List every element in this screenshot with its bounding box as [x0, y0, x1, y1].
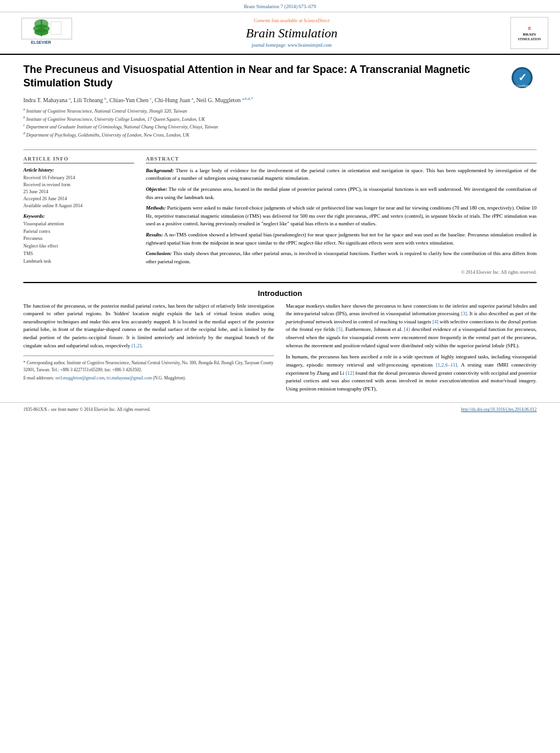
background-label: Background: [146, 168, 174, 173]
keywords-list: Visuospatial attention Parietal cortex P… [23, 221, 134, 266]
keywords-label: Keywords: [23, 213, 134, 219]
keyword-5: TMS [23, 250, 134, 258]
abstract-panel: ABSTRACT Background: There is a large bo… [146, 156, 537, 275]
footnote-corresponding: * Corresponding author. Institute of Cog… [23, 360, 274, 373]
abstract-results: Results: A no-TMS condition showed a lef… [146, 231, 537, 247]
abstract-objective: Objective: The role of the precuneus are… [146, 186, 537, 201]
footnote-area: * Corresponding author. Institute of Cog… [23, 355, 274, 381]
brain-stim-logo-area: ≡ BRAIN STIMULATION [502, 17, 548, 49]
affiliation-c: c Department and Graduate Institute of C… [23, 123, 505, 131]
authors-line: Indra T. Mahayana a, Lili Tcheang b, Chi… [23, 96, 505, 103]
abstract-conclusion: Conclusion: This study shows that precun… [146, 250, 537, 266]
keyword-3: Precuneus [23, 235, 134, 243]
available-date: Available online 8 August 2014 [23, 203, 134, 210]
email-muggleton[interactable]: neil.muggleton@gmail.com [55, 375, 104, 381]
ref-12: [12] [345, 370, 354, 376]
abstract-methods: Methods: Participants were asked to make… [146, 204, 537, 228]
keyword-4: Neglect-like effect [23, 243, 134, 250]
sciencedirect-line: Contents lists available at ScienceDirec… [88, 18, 496, 23]
body-divider [23, 282, 537, 283]
title-area: The Precuneus and Visuospatial Attention… [23, 63, 537, 144]
crossmark-icon: ✓ CrossMark [510, 66, 534, 89]
conclusion-text: This study shows that precuneus, like ot… [146, 250, 537, 264]
svg-text:✓: ✓ [518, 72, 527, 83]
conclusion-label: Conclusion: [146, 250, 172, 256]
copyright-line: © 2014 Elsevier Inc. All rights reserved… [146, 270, 537, 275]
elsevier-logo-area: ELSEVIER [12, 17, 82, 49]
methods-label: Methods: [146, 205, 166, 211]
issn-text: 1935-861X/$ – see front matter © 2014 El… [23, 406, 150, 412]
article-content: The Precuneus and Visuospatial Attention… [0, 55, 560, 402]
abstract-label: ABSTRACT [146, 156, 537, 163]
svg-point-4 [34, 29, 48, 36]
article-title: The Precuneus and Visuospatial Attention… [23, 63, 505, 90]
introduction-heading: Introduction [23, 289, 537, 298]
revised-date: 25 June 2014 [23, 189, 134, 196]
keyword-1: Visuospatial attention [23, 221, 134, 228]
email-label: E-mail addresses: [23, 375, 54, 381]
intro-para-3: In humans, the precuneus has been ascrib… [286, 353, 537, 393]
affiliation-b: b Institute of Cognitive Neuroscience, U… [23, 115, 505, 123]
svg-rect-5 [51, 22, 61, 34]
crossmark-area: ✓ CrossMark [510, 66, 537, 90]
journal-header-center: Contents lists available at ScienceDirec… [82, 18, 502, 48]
ref-4: [4] [432, 319, 438, 325]
journal-homepage: journal homepage: www.brainstimjrnl.com [88, 43, 496, 48]
homepage-url: www.brainstimjrnl.com [288, 43, 332, 48]
brain-stim-logo: ≡ BRAIN STIMULATION [510, 17, 548, 49]
elsevier-logo: ELSEVIER [20, 17, 73, 49]
background-text: There is a large body of evidence for th… [146, 168, 537, 182]
ref-1-11: [1,2,6–11] [436, 362, 457, 368]
journal-ref-text: Brain Stimulation 7 (2014) 673–679 [244, 4, 316, 9]
journal-title: Brain Stimulation [88, 26, 496, 41]
abstract-background: Background: There is a large body of evi… [146, 167, 537, 183]
title-divider [23, 149, 537, 150]
affiliations: a Institute of Cognitive Neuroscience, N… [23, 107, 505, 139]
ref-3: [3] [461, 311, 467, 316]
ref-5: [5] [337, 326, 342, 332]
accepted-date: Accepted 26 June 2014 [23, 196, 134, 203]
info-abstract-section: ARTICLE INFO Article history: Received 1… [23, 156, 537, 275]
affiliation-a: a Institute of Cognitive Neuroscience, N… [23, 107, 505, 115]
body-content: The function of the precuneus, or the po… [23, 302, 537, 397]
objective-label: Objective: [146, 186, 167, 192]
svg-text:ELSEVIER: ELSEVIER [31, 40, 51, 44]
article-info-label: ARTICLE INFO [23, 156, 134, 163]
page-header: ELSEVIER Contents lists available at Sci… [0, 12, 560, 55]
journal-reference: Brain Stimulation 7 (2014) 673–679 [0, 0, 560, 12]
doi-link[interactable]: http://dx.doi.org/10.1016/j.brs.2014.06.… [461, 407, 537, 412]
affiliation-d: d Department of Psychology, Goldsmiths, … [23, 131, 505, 139]
title-text-block: The Precuneus and Visuospatial Attention… [23, 63, 505, 139]
article-history-label: Article history: [23, 167, 134, 173]
keyword-6: Landmark task [23, 258, 134, 266]
intro-para-1: The function of the precuneus, or the po… [23, 302, 274, 350]
keyword-2: Parietal cortex [23, 228, 134, 236]
corresponding-author-text: * Corresponding author. Institute of Cog… [23, 360, 274, 372]
sciencedirect-name: ScienceDirect [303, 18, 330, 23]
received-revised-label: Received in revised form [23, 182, 134, 189]
received-date: Received 16 February 2014 [23, 175, 134, 182]
ref-1-2: [1,2] [131, 343, 141, 348]
homepage-prefix: journal homepage: [251, 43, 286, 48]
email-mahayana[interactable]: tri.mahayana@gmail.com [107, 375, 152, 381]
sciencedirect-prefix: Contents lists available at [254, 18, 302, 23]
body-col-right: Macaque monkeys studies have shown the p… [286, 302, 537, 397]
svg-text:CrossMark: CrossMark [515, 84, 530, 88]
footnote-emails: E-mail addresses: neil.muggleton@gmail.c… [23, 375, 274, 381]
issn: 1935-861X/$ – see front matter © 2014 El… [23, 407, 150, 412]
intro-para-2: Macaque monkeys studies have shown the p… [286, 302, 537, 350]
article-info-panel: ARTICLE INFO Article history: Received 1… [23, 156, 134, 275]
objective-text: The role of the precuneus area, located … [146, 186, 537, 200]
body-col-left: The function of the precuneus, or the po… [23, 302, 274, 397]
methods-text: Participants were asked to make forced-c… [146, 205, 537, 226]
doi-area[interactable]: http://dx.doi.org/10.1016/j.brs.2014.06.… [461, 406, 537, 412]
page-bottom: 1935-861X/$ – see front matter © 2014 El… [0, 402, 560, 416]
results-label: Results: [146, 232, 163, 238]
email-suffix: (N.G. Muggleton). [153, 375, 186, 381]
results-text: A no-TMS condition showed a leftward spa… [146, 232, 537, 246]
ref-4b: [4] [404, 326, 410, 332]
